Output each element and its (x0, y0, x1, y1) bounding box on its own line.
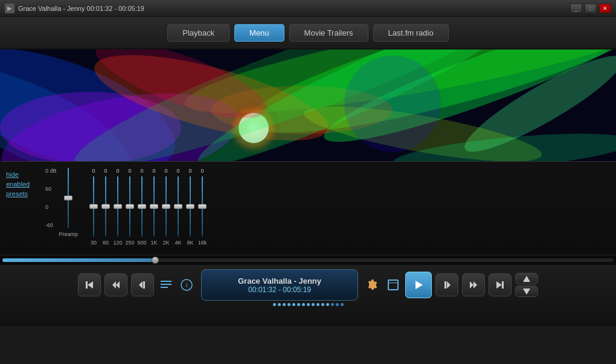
preamp-neg60-label: -60 (45, 222, 57, 228)
eq-bands: 0 30 0 60 0 120 0 (89, 168, 610, 246)
eq-band-30: 0 30 (89, 168, 98, 246)
tab-lastfm[interactable]: Last.fm radio (373, 24, 449, 42)
eq-band-120: 0 120 (113, 168, 123, 246)
svg-rect-27 (161, 287, 168, 288)
info-button[interactable]: i (178, 276, 195, 293)
svg-marker-23 (139, 281, 143, 289)
band-1k-label: 1K (151, 240, 158, 246)
hide-link[interactable]: hide (6, 171, 39, 178)
eq-band-60: 0 60 (101, 168, 111, 246)
band-30-value: 0 (92, 168, 95, 175)
visualizer (0, 49, 616, 161)
vol-dot (297, 303, 300, 306)
window-controls: _ □ ✕ (570, 4, 611, 13)
preamp-slider[interactable] (63, 168, 73, 228)
band-4k-slider[interactable] (173, 176, 183, 237)
vol-dot (273, 303, 276, 306)
tab-playback[interactable]: Playback (167, 24, 229, 42)
band-16k-label: 16k (198, 240, 207, 246)
progress-bar-container[interactable] (0, 255, 616, 266)
volume-slider[interactable] (273, 303, 344, 306)
prev-button[interactable] (131, 273, 154, 296)
band-2k-label: 2K (163, 240, 170, 246)
band-60-value: 0 (104, 168, 107, 175)
down-button[interactable] (515, 286, 538, 297)
equalizer-section: hide enabled presets 0 dB 60 0 -60 Pream… (0, 161, 616, 255)
svg-rect-25 (161, 281, 172, 282)
svg-rect-31 (388, 283, 398, 283)
svg-marker-19 (86, 281, 88, 289)
vol-dot (316, 303, 319, 306)
minimize-button[interactable]: _ (570, 4, 582, 13)
track-name: Grace Valhalla - Jenny (238, 276, 321, 286)
band-250-label: 250 (126, 240, 135, 246)
close-button[interactable]: ✕ (599, 4, 611, 13)
svg-marker-36 (473, 281, 477, 289)
progress-handle[interactable] (152, 257, 159, 264)
presets-link[interactable]: presets (6, 190, 39, 197)
band-8k-label: 8K (187, 240, 194, 246)
band-1k-value: 0 (153, 168, 156, 175)
band-4k-label: 4K (175, 240, 182, 246)
band-16k-value: 0 (201, 168, 204, 175)
vol-dot (307, 303, 310, 306)
eq-band-2k: 0 2K (161, 168, 171, 246)
skip-forward-button[interactable] (489, 273, 512, 296)
svg-marker-21 (112, 281, 116, 289)
tab-menu[interactable]: Menu (234, 24, 284, 42)
vol-dot (287, 303, 290, 306)
window-button[interactable] (385, 276, 402, 293)
svg-marker-37 (496, 281, 502, 289)
svg-rect-34 (444, 281, 446, 289)
bottom-controls: i Grace Valhalla - Jenny 00:01:32 - 00:0… (0, 266, 616, 326)
band-500-slider[interactable] (137, 176, 147, 237)
title-bar: ▶ Grace Valhalla - Jenny 00:01:32 - 00:0… (0, 0, 616, 17)
tab-movie-trailers[interactable]: Movie Trailers (289, 24, 368, 42)
band-120-label: 120 (114, 240, 123, 246)
band-60-label: 60 (103, 240, 109, 246)
preamp-label: Preamp (59, 231, 79, 237)
band-250-slider[interactable] (125, 176, 135, 237)
rewind-button[interactable] (104, 273, 127, 296)
eq-band-8k: 0 8K (185, 168, 195, 246)
vol-dot (326, 303, 329, 306)
up-button[interactable] (515, 273, 538, 284)
band-60-slider[interactable] (101, 176, 111, 237)
band-8k-value: 0 (189, 168, 192, 175)
skip-back-button[interactable] (78, 273, 101, 296)
band-2k-slider[interactable] (161, 176, 171, 237)
nav-bar: Playback Menu Movie Trailers Last.fm rad… (0, 17, 616, 49)
eq-band-250: 0 250 (125, 168, 135, 246)
fast-forward-button[interactable] (462, 273, 485, 296)
next-button[interactable] (435, 273, 458, 296)
svg-marker-40 (523, 289, 530, 295)
band-16k-slider[interactable] (197, 176, 207, 237)
transport-row: i Grace Valhalla - Jenny 00:01:32 - 00:0… (0, 269, 616, 301)
band-30-slider[interactable] (89, 176, 98, 237)
progress-track[interactable] (2, 258, 614, 262)
playlist-button[interactable] (158, 276, 175, 293)
eq-band-500: 0 500 (137, 168, 147, 246)
band-2k-value: 0 (165, 168, 168, 175)
settings-button[interactable] (364, 276, 381, 293)
preamp-area: 0 dB 60 0 -60 Preamp (45, 168, 83, 237)
svg-marker-22 (116, 281, 120, 289)
svg-marker-35 (470, 281, 473, 289)
up-down-buttons (515, 273, 538, 297)
play-button[interactable] (405, 272, 432, 298)
progress-fill (2, 258, 155, 262)
app-icon: ▶ (5, 4, 14, 13)
preamp-db-label: 0 dB (45, 168, 57, 174)
band-250-value: 0 (129, 168, 132, 175)
svg-marker-32 (415, 281, 423, 289)
track-time: 00:01:32 - 00:05:19 (248, 286, 311, 294)
track-display: Grace Valhalla - Jenny 00:01:32 - 00:05:… (201, 269, 358, 301)
svg-marker-39 (523, 276, 530, 282)
band-120-slider[interactable] (113, 176, 123, 237)
vol-dot (331, 303, 334, 306)
band-1k-slider[interactable] (149, 176, 159, 237)
preamp-band: Preamp (59, 168, 79, 237)
enabled-link[interactable]: enabled (6, 180, 39, 188)
band-8k-slider[interactable] (185, 176, 195, 237)
restore-button[interactable]: □ (585, 4, 597, 13)
